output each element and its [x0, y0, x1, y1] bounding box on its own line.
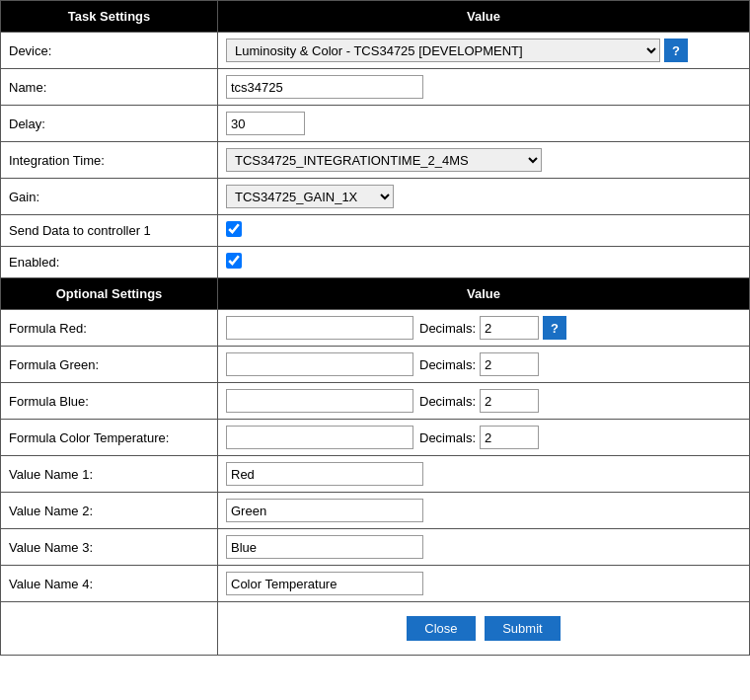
send-data-label: Send Data to controller 1 [1, 215, 218, 247]
value-name-4-cell [218, 566, 750, 602]
task-settings-header: Task Settings [1, 1, 218, 33]
enabled-cell [218, 247, 750, 278]
value-name-2-label: Value Name 2: [1, 493, 218, 529]
formula-blue-label: Formula Blue: [1, 383, 218, 420]
device-help-button[interactable]: ? [664, 39, 688, 62]
formula-green-decimals-input[interactable] [480, 352, 539, 376]
delay-input[interactable] [226, 112, 305, 135]
value-name-3-label: Value Name 3: [1, 529, 218, 566]
decimals-blue-label: Decimals: [419, 394, 476, 409]
decimals-color-temp-label: Decimals: [419, 430, 476, 445]
delay-cell [218, 106, 750, 142]
value-name-3-input[interactable] [226, 535, 423, 559]
value-name-3-cell [218, 529, 750, 566]
formula-color-temp-cell: Decimals: [218, 420, 750, 456]
send-data-cell [218, 215, 750, 247]
formula-blue-input[interactable] [226, 389, 413, 413]
optional-settings-header: Optional Settings [1, 278, 218, 310]
formula-red-help-button[interactable]: ? [543, 316, 566, 340]
decimals-green-label: Decimals: [419, 357, 476, 372]
formula-red-label: Formula Red: [1, 310, 218, 347]
formula-green-cell: Decimals: [218, 347, 750, 383]
name-cell [218, 69, 750, 106]
value-name-2-input[interactable] [226, 499, 423, 522]
value-name-2-cell [218, 493, 750, 529]
value-name-1-input[interactable] [226, 462, 423, 486]
send-data-checkbox[interactable] [226, 221, 242, 237]
delay-label: Delay: [1, 106, 218, 142]
formula-red-input[interactable] [226, 316, 413, 340]
integration-time-label: Integration Time: [1, 142, 218, 179]
formula-green-label: Formula Green: [1, 347, 218, 383]
enabled-checkbox[interactable] [226, 253, 242, 269]
submit-button[interactable]: Submit [485, 616, 560, 641]
formula-blue-cell: Decimals: [218, 383, 750, 420]
gain-cell: TCS34725_GAIN_1X [218, 179, 750, 215]
value-header: Value [218, 1, 750, 33]
formula-red-cell: Decimals: ? [218, 310, 750, 347]
value-name-1-label: Value Name 1: [1, 456, 218, 493]
gain-select[interactable]: TCS34725_GAIN_1X [226, 185, 394, 208]
decimals-red-label: Decimals: [419, 321, 476, 336]
optional-value-header: Value [218, 278, 750, 310]
formula-green-input[interactable] [226, 352, 413, 376]
formula-color-temp-input[interactable] [226, 426, 413, 449]
value-name-4-label: Value Name 4: [1, 566, 218, 602]
name-label: Name: [1, 69, 218, 106]
value-name-1-cell [218, 456, 750, 493]
integration-time-cell: TCS34725_INTEGRATIONTIME_2_4MS [218, 142, 750, 179]
buttons-spacer [1, 602, 218, 656]
device-select[interactable]: Luminosity & Color - TCS34725 [DEVELOPME… [226, 39, 660, 62]
enabled-label: Enabled: [1, 247, 218, 278]
formula-red-decimals-input[interactable] [480, 316, 539, 340]
buttons-cell: Close Submit [218, 602, 750, 656]
integration-time-select[interactable]: TCS34725_INTEGRATIONTIME_2_4MS [226, 148, 542, 172]
formula-blue-decimals-input[interactable] [480, 389, 539, 413]
formula-color-temp-label: Formula Color Temperature: [1, 420, 218, 456]
close-button[interactable]: Close [407, 616, 475, 641]
gain-label: Gain: [1, 179, 218, 215]
device-cell: Luminosity & Color - TCS34725 [DEVELOPME… [218, 33, 750, 69]
device-label: Device: [1, 33, 218, 69]
formula-color-temp-decimals-input[interactable] [480, 426, 539, 449]
value-name-4-input[interactable] [226, 572, 423, 595]
name-input[interactable] [226, 75, 423, 99]
